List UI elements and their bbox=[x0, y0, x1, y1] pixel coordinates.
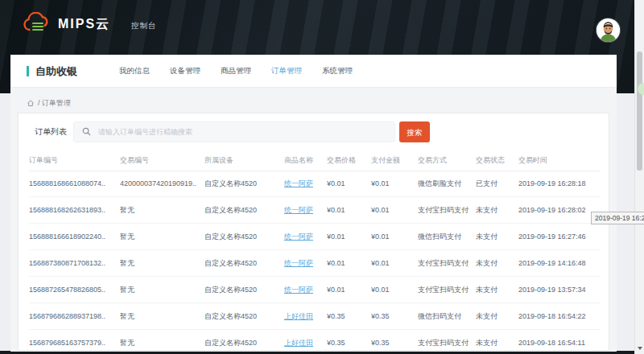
nav-tab[interactable]: 系统管理 bbox=[322, 63, 353, 80]
cell-amount: ¥0.01 bbox=[371, 286, 418, 294]
table-row: 156879685163757379.. 暂无 自定义名称4520 上好佳田 ¥… bbox=[29, 330, 600, 354]
toolbar: 订单列表 搜索 bbox=[19, 121, 609, 142]
user-avatar[interactable] bbox=[597, 19, 620, 42]
table-row: 156887265478826805.. 暂无 自定义名称4520 统一阿萨 ¥… bbox=[29, 277, 600, 303]
nav-tab[interactable]: 订单管理 bbox=[271, 63, 302, 80]
nav-tab[interactable]: 商品管理 bbox=[221, 63, 251, 80]
cell-amount: ¥0.01 bbox=[371, 233, 418, 241]
table-row: 156888166618902240.. 暂无 自定义名称4520 统一阿萨 ¥… bbox=[29, 224, 600, 250]
cell-method: 支付宝扫码支付 bbox=[418, 338, 476, 348]
cell-product-link[interactable]: 上好佳田 bbox=[284, 339, 313, 347]
nav-tab[interactable]: 我的信息 bbox=[119, 63, 150, 80]
cell-status: 未支付 bbox=[476, 311, 518, 322]
cell-price: ¥0.35 bbox=[327, 312, 371, 320]
cell-txn-no: 暂无 bbox=[120, 205, 204, 216]
cell-method: 微信扫码支付 bbox=[418, 311, 476, 322]
cell-method: 支付宝扫码支付 bbox=[418, 285, 476, 295]
cell-status: 未支付 bbox=[476, 338, 518, 348]
column-header: 交易方式 bbox=[418, 155, 476, 166]
table-header-row: 订单编号交易编号所属设备商品名称交易价格支付金额交易方式交易状态交易时间 bbox=[29, 150, 600, 171]
cell-method: 微信刷脸支付 bbox=[418, 179, 476, 189]
cell-time: 2019-09-19 16:27:46 bbox=[518, 233, 600, 241]
brand-title: MIPS云 bbox=[58, 16, 110, 33]
search-input[interactable] bbox=[97, 127, 365, 137]
cell-method: 微信扫码支付 bbox=[418, 232, 476, 242]
table-row: 156888168661088074.. 420000037420190919.… bbox=[29, 171, 600, 197]
cell-method: 支付宝扫码支付 bbox=[418, 205, 476, 216]
nav-tab[interactable]: 设备管理 bbox=[170, 63, 200, 80]
cell-price: ¥0.01 bbox=[327, 286, 371, 294]
cell-device: 自定义名称4520 bbox=[204, 285, 284, 295]
cell-txn-no: 暂无 bbox=[120, 338, 204, 348]
cell-product-link[interactable]: 统一阿萨 bbox=[284, 233, 313, 241]
cell-product-link[interactable]: 统一阿萨 bbox=[284, 206, 313, 214]
breadcrumb[interactable]: / 订单管理 bbox=[27, 98, 71, 109]
cell-txn-no: 420000037420190919.. bbox=[120, 179, 204, 187]
cell-order-no: 156879685163757379.. bbox=[29, 339, 120, 347]
cell-product-link[interactable]: 统一阿萨 bbox=[284, 179, 313, 187]
cell-amount: ¥0.01 bbox=[371, 179, 418, 187]
cell-txn-no: 暂无 bbox=[120, 311, 204, 322]
order-list-card: 订单列表 搜索 订单编号交易编号所属设备商品名称交易价格支付金额交易方式交易状态… bbox=[18, 113, 609, 351]
cell-amount: ¥0.35 bbox=[371, 312, 418, 320]
section-title: 自助收银 bbox=[27, 66, 77, 76]
cell-device: 自定义名称4520 bbox=[204, 311, 284, 322]
cell-product-link[interactable]: 统一阿萨 bbox=[284, 286, 313, 294]
cell-time: 2019-09-19 14:16:48 bbox=[518, 259, 600, 267]
cell-order-no: 156888168262631893.. bbox=[29, 206, 120, 214]
cell-device: 自定义名称4520 bbox=[204, 179, 284, 189]
cell-order-no: 156879686288937198.. bbox=[29, 312, 120, 320]
cell-txn-no: 暂无 bbox=[120, 232, 204, 242]
cell-method: 支付宝扫码支付 bbox=[418, 258, 476, 269]
table-row: 156879686288937198.. 暂无 自定义名称4520 上好佳田 ¥… bbox=[29, 303, 600, 330]
scrollbar-thumb[interactable] bbox=[637, 51, 642, 171]
cell-status: 未支付 bbox=[476, 258, 518, 269]
cell-txn-no: 暂无 bbox=[120, 258, 204, 269]
console-label[interactable]: 控制台 bbox=[131, 21, 157, 31]
cell-status: 未支付 bbox=[476, 205, 518, 216]
cell-time: 2019-09-19 16:28:18 bbox=[518, 179, 600, 187]
cell-device: 自定义名称4520 bbox=[204, 232, 284, 242]
column-header: 交易价格 bbox=[327, 155, 371, 166]
cell-time: 2019-09-19 16:28:02 bbox=[518, 206, 600, 214]
cell-amount: ¥0.01 bbox=[371, 259, 418, 267]
brand-logo[interactable]: MIPS云 bbox=[23, 12, 110, 36]
table-row: 156888168262631893.. 暂无 自定义名称4520 统一阿萨 ¥… bbox=[29, 197, 600, 224]
cell-device: 自定义名称4520 bbox=[204, 205, 284, 216]
column-header: 订单编号 bbox=[29, 155, 120, 166]
cell-product-link[interactable]: 统一阿萨 bbox=[284, 259, 313, 267]
column-header: 交易编号 bbox=[120, 155, 204, 166]
column-header: 所属设备 bbox=[204, 155, 284, 166]
home-icon[interactable] bbox=[27, 99, 35, 109]
search-icon bbox=[74, 125, 91, 139]
secondary-navbar: 自助收银 我的信息 设备管理 商品管理 订单管理 系统管理 bbox=[10, 55, 617, 88]
cell-txn-no: 暂无 bbox=[120, 285, 204, 295]
search-box[interactable] bbox=[73, 121, 395, 142]
cell-time: 2019-09-18 16:54:11 bbox=[518, 339, 600, 347]
cell-price: ¥0.01 bbox=[327, 233, 371, 241]
column-header: 商品名称 bbox=[284, 155, 327, 166]
cell-status: 已支付 bbox=[476, 179, 518, 189]
cell-time: 2019-09-19 13:57:34 bbox=[518, 286, 600, 294]
search-button[interactable]: 搜索 bbox=[399, 121, 430, 142]
table-row: 156887380871708132.. 暂无 自定义名称4520 统一阿萨 ¥… bbox=[29, 250, 600, 277]
cell-order-no: 156888168661088074.. bbox=[29, 179, 120, 187]
cell-price: ¥0.01 bbox=[327, 259, 371, 267]
cell-amount: ¥0.01 bbox=[371, 206, 418, 214]
cell-device: 自定义名称4520 bbox=[204, 258, 284, 269]
breadcrumb-path: / 订单管理 bbox=[38, 98, 71, 109]
scrollbar-down-arrow-icon[interactable] bbox=[638, 347, 642, 350]
cell-product-link[interactable]: 上好佳田 bbox=[284, 312, 313, 320]
cell-price: ¥0.35 bbox=[327, 339, 371, 347]
table-body: 156888168661088074.. 420000037420190919.… bbox=[29, 171, 600, 354]
cell-status: 未支付 bbox=[476, 232, 518, 242]
column-header: 交易时间 bbox=[518, 155, 600, 166]
main-panel: 自助收银 我的信息 设备管理 商品管理 订单管理 系统管理 / 订单管理 订单列… bbox=[10, 55, 617, 352]
order-list-title: 订单列表 bbox=[35, 126, 73, 138]
nav-tabs: 我的信息 设备管理 商品管理 订单管理 系统管理 bbox=[119, 63, 353, 80]
floating-widget-dot[interactable] bbox=[638, 83, 644, 95]
column-header: 支付金额 bbox=[371, 155, 418, 166]
cloud-logo-icon bbox=[23, 12, 52, 36]
time-tooltip: 2019-09-19 16:28:02 bbox=[591, 212, 644, 224]
vertical-scrollbar[interactable] bbox=[634, 0, 644, 354]
